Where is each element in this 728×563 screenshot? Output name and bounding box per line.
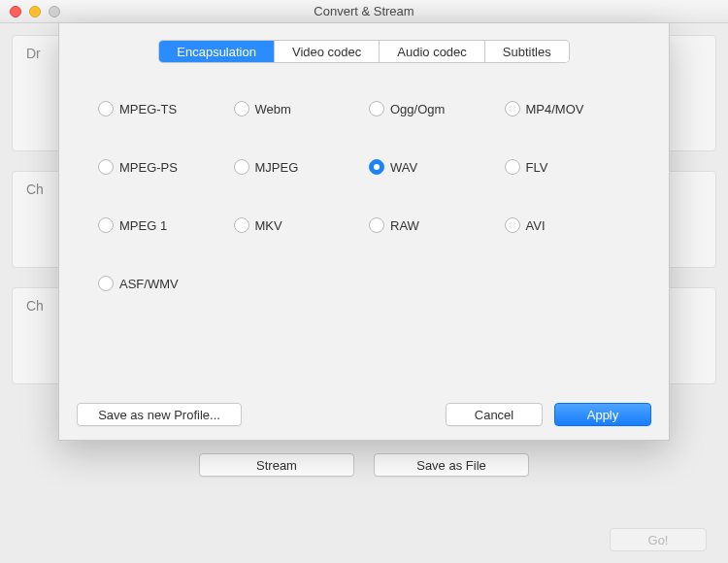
radio-icon	[234, 159, 249, 175]
apply-button[interactable]: Apply	[554, 403, 651, 426]
radio-icon	[98, 101, 114, 116]
window-title: Convert & Stream	[0, 4, 728, 18]
radio-icon	[234, 101, 249, 116]
format-label: Webm	[255, 102, 291, 116]
format-option-wav[interactable]: WAV	[369, 159, 495, 175]
format-option-ogg[interactable]: Ogg/Ogm	[369, 101, 495, 116]
go-button: Go!	[610, 528, 707, 551]
radio-icon	[234, 217, 249, 233]
radio-icon	[369, 159, 384, 175]
format-label: MPEG-TS	[119, 102, 177, 116]
radio-icon	[369, 101, 384, 116]
format-option-mp4[interactable]: MP4/MOV	[505, 101, 631, 116]
format-option-mpeg-ps[interactable]: MPEG-PS	[98, 159, 224, 175]
tab-video-codec[interactable]: Video codec	[275, 41, 380, 62]
format-label: AVI	[526, 218, 546, 233]
format-label: MP4/MOV	[526, 102, 584, 116]
stream-button[interactable]: Stream	[199, 453, 354, 477]
format-option-avi[interactable]: AVI	[505, 217, 631, 233]
format-label: WAV	[390, 160, 417, 175]
tab-audio-codec[interactable]: Audio codec	[380, 41, 485, 62]
format-option-asf[interactable]: ASF/WMV	[98, 276, 224, 291]
radio-icon	[98, 217, 114, 233]
format-label: FLV	[526, 160, 548, 175]
radio-icon	[505, 159, 520, 175]
radio-icon	[505, 101, 520, 116]
tab-subtitles[interactable]: Subtitles	[485, 41, 569, 62]
tab-bar: Encapsulation Video codec Audio codec Su…	[59, 41, 669, 62]
destination-buttons: Stream Save as File	[0, 453, 728, 477]
profile-sheet: Encapsulation Video codec Audio codec Su…	[58, 23, 670, 441]
radio-icon	[98, 159, 114, 175]
format-label: ASF/WMV	[119, 277, 179, 291]
radio-icon	[369, 217, 384, 233]
format-option-webm[interactable]: Webm	[234, 101, 360, 116]
save-as-file-button[interactable]: Save as File	[374, 453, 529, 477]
save-as-new-profile-button[interactable]: Save as new Profile...	[77, 403, 242, 426]
format-label: MKV	[255, 218, 282, 233]
format-label: MJPEG	[255, 160, 299, 175]
titlebar: Convert & Stream	[0, 0, 728, 23]
cancel-button[interactable]: Cancel	[446, 403, 543, 426]
encapsulation-options: MPEG-TSWebmOgg/OgmMP4/MOVMPEG-PSMJPEGWAV…	[98, 101, 630, 291]
format-option-mjpeg[interactable]: MJPEG	[234, 159, 360, 175]
sheet-footer: Save as new Profile... Cancel Apply	[77, 403, 651, 426]
format-label: MPEG-PS	[119, 160, 178, 175]
format-option-flv[interactable]: FLV	[505, 159, 631, 175]
format-option-mkv[interactable]: MKV	[234, 217, 360, 233]
format-label: MPEG 1	[119, 218, 167, 233]
format-option-raw[interactable]: RAW	[369, 217, 495, 233]
format-label: RAW	[390, 218, 419, 233]
tab-encapsulation[interactable]: Encapsulation	[159, 41, 275, 62]
radio-icon	[505, 217, 520, 233]
format-option-mpeg-ts[interactable]: MPEG-TS	[98, 101, 224, 116]
format-label: Ogg/Ogm	[390, 102, 445, 116]
format-option-mpeg1[interactable]: MPEG 1	[98, 217, 224, 233]
radio-icon	[98, 276, 114, 291]
